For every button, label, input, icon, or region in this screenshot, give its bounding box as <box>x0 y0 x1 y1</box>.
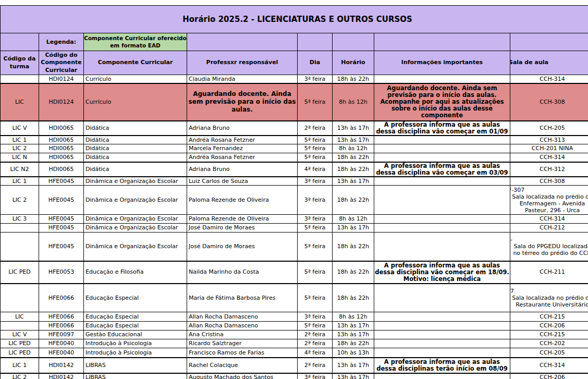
cell-componente: Didática <box>84 153 187 162</box>
cell-professor: José Damiro de Moraes <box>187 224 298 233</box>
cell-codigo: HFE0066 <box>39 312 84 322</box>
cell-horario: 13h às 17h <box>333 322 374 331</box>
cell-professor: Andréa Rosana Fetzner <box>187 136 298 144</box>
cell-info <box>374 186 510 215</box>
table-row: LIC N2HDI0065DidáticaAdriana Bruno4ª fei… <box>1 162 588 177</box>
cell-dia: 2ª feira <box>298 331 333 339</box>
cell-componente: Educação Especial <box>84 312 187 322</box>
cell-info <box>374 322 510 331</box>
cell-info: A professora informa que as aulas dessa … <box>374 261 510 284</box>
cell-professor: Andréa Rosana Fetzner <box>187 153 298 162</box>
cell-professor: Adriana Bruno <box>187 121 298 136</box>
table-row: LIC PEDHFE0040Introdução à PsicologiaRic… <box>1 339 588 348</box>
cell-professor: Adriana Bruno <box>187 162 298 177</box>
cell-codigo: HFE0045 <box>39 215 84 224</box>
cell-codigo: HDI0065 <box>39 153 84 162</box>
cell-componente: Dinâmica e Organização Escolar <box>84 177 187 186</box>
cell-componente: Educação e Filosofia <box>84 261 187 284</box>
cell-turma <box>1 284 39 312</box>
cell-horario: 8h às 12h <box>333 215 374 224</box>
cell-info <box>374 312 510 322</box>
cell-sala: CCH-201 NINA <box>510 144 588 153</box>
sala-line: CCH-215 <box>510 331 588 338</box>
cell-horario: 18h às 22h <box>333 153 374 162</box>
table-row: HFE0045Dinâmica e Organização EscolarJos… <box>1 224 588 233</box>
cell-componente: LIBRAS <box>84 373 187 379</box>
sala-line: CCH-205 <box>510 349 588 356</box>
column-header-turma: Código da turma <box>1 51 39 75</box>
sala-line: F-307 <box>510 187 588 193</box>
cell-dia: 3ª feira <box>298 186 333 215</box>
table-row: LIC VHFE0097Gestão EducacionalAna Cristi… <box>1 331 588 339</box>
cell-codigo: HDI0142 <box>39 373 84 379</box>
cell-horario: 13h às 17h <box>333 177 374 186</box>
table-row: LIC 2HFE0045Dinâmica e Organização Escol… <box>1 186 588 215</box>
column-header-horario: Horário <box>333 51 374 75</box>
cell-turma: LIC PED <box>1 339 39 348</box>
cell-turma: LIC 2 <box>1 186 39 215</box>
sala-line: CCH-212 <box>510 224 588 231</box>
cell-sala: CCH-308 <box>510 177 588 186</box>
sala-line: CCH-205 <box>510 125 588 131</box>
cell-horario: 13h às 17h <box>333 121 374 136</box>
cell-codigo: HDI0124 <box>39 75 84 83</box>
cell-horario: 18h às 22h <box>333 261 374 284</box>
cell-professor: Paloma Rezende de Oliveira <box>187 186 298 215</box>
cell-sala: CCH-202 <box>510 339 588 348</box>
cell-turma: LIC <box>1 83 39 121</box>
column-header-componente: Componente Curricular <box>84 51 187 75</box>
cell-codigo: HDI0065 <box>39 121 84 136</box>
cell-turma: LIC 1 <box>1 177 39 186</box>
cell-dia: 3ª feira <box>298 215 333 224</box>
legend-empty-cell <box>298 33 333 51</box>
cell-info: Aguardando docente. Ainda sem previsão p… <box>374 83 510 121</box>
cell-dia: 2ª feira <box>298 358 333 373</box>
sala-line: CCH-206 <box>510 322 588 329</box>
cell-turma: LIC PED <box>1 348 39 358</box>
cell-componente: Didática <box>84 136 187 144</box>
cell-info: A professora informa que as aulas dessa … <box>374 358 510 373</box>
cell-dia: 5ª feira <box>298 322 333 331</box>
column-header-codigo: Código do Componente Curricular <box>39 51 84 75</box>
sala-line: CCH-206 <box>510 374 588 379</box>
page-title: Horário 2025.2 - LICENCIATURAS E OUTROS … <box>1 6 588 33</box>
cell-componente: Educação Especial <box>84 322 187 331</box>
cell-turma: LIC N <box>1 153 39 162</box>
cell-componente: Didática <box>84 121 187 136</box>
title-row: Horário 2025.2 - LICENCIATURAS E OUTROS … <box>1 6 588 33</box>
legend-empty-cell <box>374 33 510 51</box>
cell-professor: Francisco Ramos de Farias <box>187 348 298 358</box>
cell-dia: 5ª feira <box>298 261 333 284</box>
cell-info <box>374 373 510 379</box>
cell-codigo: HFE0040 <box>39 339 84 348</box>
cell-info <box>374 153 510 162</box>
cell-componente: Didática <box>84 162 187 177</box>
cell-componente: LIBRAS <box>84 358 187 373</box>
cell-turma: LIC 1 <box>1 136 39 144</box>
cell-sala: CCH-206 <box>510 322 588 331</box>
cell-info <box>374 348 510 358</box>
cell-sala: CCH-205 <box>510 348 588 358</box>
cell-componente: Dinâmica e Organização Escolar <box>84 224 187 233</box>
sala-line: - <box>510 236 588 243</box>
sala-line: CCH-313 <box>510 137 588 143</box>
cell-componente: Introdução à Psicologia <box>84 339 187 348</box>
sala-line: CCH-211 <box>510 268 588 275</box>
cell-info <box>374 215 510 224</box>
cell-horario: 18h às 22h <box>333 233 374 261</box>
cell-professor: Nailda Marinho da Costa <box>187 261 298 284</box>
sala-line: CCH-215 <box>510 313 588 320</box>
cell-horario: 13h às 17h <box>333 224 374 233</box>
table-row: LIC PEDHFE0040Introdução à PsicologiaFra… <box>1 348 588 358</box>
table-row: LIC 1HDI0065DidáticaAndréa Rosana Fetzne… <box>1 136 588 144</box>
sala-line: CCH-314 <box>510 215 588 222</box>
sala-line: CCH-308 <box>510 178 588 185</box>
cell-sala: CCH-206 <box>510 373 588 379</box>
cell-sala: 7Sala localizada no prédio do Restaurant… <box>510 284 588 312</box>
cell-info <box>374 224 510 233</box>
cell-turma: LIC N2 <box>1 162 39 177</box>
cell-codigo: HDI0065 <box>39 136 84 144</box>
cell-dia: 5ª feira <box>298 284 333 312</box>
sala-line: Sala localizada no prédio do Restaurante… <box>510 295 588 308</box>
cell-sala: CCH-312 <box>510 162 588 177</box>
